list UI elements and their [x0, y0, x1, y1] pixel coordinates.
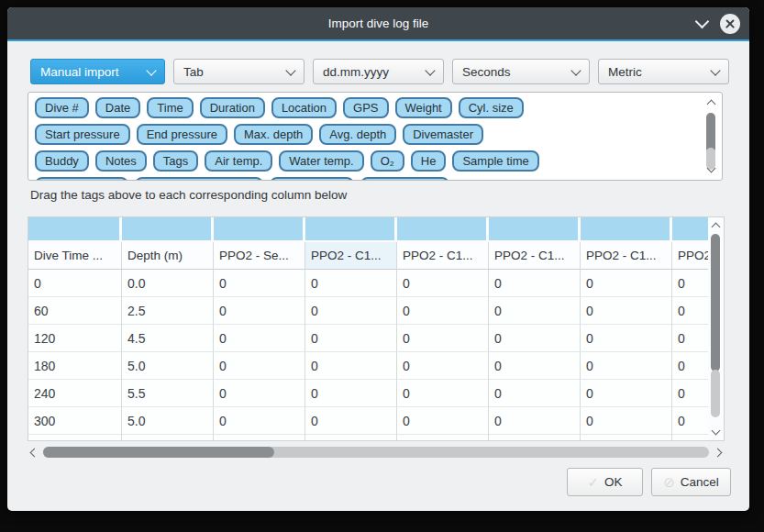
- combo-units[interactable]: Metric: [598, 59, 729, 84]
- combo-time-format[interactable]: Seconds: [452, 59, 590, 84]
- tag-location[interactable]: Location: [271, 97, 337, 118]
- scrollbar-thumb[interactable]: [43, 447, 274, 458]
- table-cell: 0: [305, 407, 397, 435]
- scrollbar-thumb[interactable]: [711, 234, 720, 371]
- scroll-right-icon[interactable]: [714, 448, 723, 457]
- tag-avg-depth[interactable]: Avg. depth: [319, 124, 396, 145]
- scroll-left-icon[interactable]: [30, 448, 39, 457]
- table-cell: 2.5: [122, 297, 214, 325]
- tag-sample-depth[interactable]: Sample depth: [35, 177, 128, 181]
- combo-label: Metric: [608, 65, 642, 79]
- table-cell: 0: [672, 407, 712, 435]
- table-vertical-scrollbar[interactable]: [708, 217, 724, 440]
- chevron-down-icon: [710, 65, 720, 75]
- tag-time[interactable]: Time: [147, 97, 193, 118]
- drop-target-cell[interactable]: [305, 217, 397, 242]
- cancel-button[interactable]: ⊘ Cancel: [651, 468, 731, 496]
- column-header: PPO2 - C1...: [397, 242, 489, 270]
- tag-weight[interactable]: Weight: [395, 97, 452, 118]
- drop-target-cell[interactable]: [672, 217, 712, 242]
- ok-button[interactable]: ✓ OK: [567, 468, 643, 496]
- tag-notes[interactable]: Notes: [95, 150, 147, 172]
- combo-import-type[interactable]: Manual import: [30, 59, 165, 84]
- tag-he[interactable]: He: [411, 150, 447, 172]
- import-preview-table: Dive Time ...Depth (m)PPO2 - Se...PPO2 -…: [28, 216, 725, 441]
- column-header: PPO2: [672, 242, 712, 270]
- drop-target-cell[interactable]: [214, 217, 305, 242]
- tag-date[interactable]: Date: [95, 97, 140, 118]
- tag-dive[interactable]: Dive #: [35, 97, 89, 118]
- drop-target-cell[interactable]: [28, 217, 122, 242]
- scroll-down-icon[interactable]: [712, 427, 721, 436]
- tag-sample-po[interactable]: Sample pO₂: [270, 177, 354, 181]
- scrollbar-track[interactable]: [43, 447, 709, 458]
- tag-sample-time[interactable]: Sample time: [452, 150, 538, 172]
- table-row: 1204.5000000: [28, 325, 712, 352]
- tag-row: BuddyNotesTagsAir temp.Water temp.O₂HeSa…: [35, 150, 715, 172]
- table-horizontal-scrollbar[interactable]: [28, 445, 725, 460]
- table-cell: 0: [489, 297, 581, 325]
- table-cell: 0: [28, 270, 122, 297]
- ok-button-label: OK: [604, 475, 623, 489]
- titlebar[interactable]: Import dive log file: [7, 7, 749, 41]
- table-cell: 0: [397, 352, 489, 380]
- table-cell: 0: [397, 407, 489, 435]
- table-cell: 0: [305, 352, 397, 380]
- table-cell: 0: [397, 297, 489, 325]
- tag-divemaster[interactable]: Divemaster: [403, 124, 483, 145]
- tags-list: Dive #DateTimeDurationLocationGPSWeightC…: [28, 93, 722, 181]
- table-cell: 0: [489, 352, 581, 380]
- table-cell: 0: [489, 325, 581, 352]
- chevron-down-icon: [146, 65, 156, 75]
- table-cell: [489, 435, 581, 441]
- tags-vertical-scrollbar[interactable]: [703, 94, 719, 178]
- chevron-down-icon: [570, 65, 581, 75]
- scroll-up-icon[interactable]: [707, 100, 716, 109]
- tag-tags[interactable]: Tags: [153, 150, 198, 172]
- table-cell: 240: [28, 380, 122, 407]
- table-cell: [122, 435, 214, 441]
- chevron-down-icon: [425, 65, 435, 75]
- table-cell: 4.5: [122, 325, 214, 352]
- tag-start-pressure[interactable]: Start pressure: [35, 124, 130, 145]
- tag-buddy[interactable]: Buddy: [35, 150, 89, 172]
- tag-gps[interactable]: GPS: [343, 97, 388, 118]
- table-cell: 180: [28, 352, 122, 380]
- tags-panel: Dive #DateTimeDurationLocationGPSWeightC…: [28, 92, 723, 181]
- combo-label: Seconds: [462, 65, 511, 79]
- combo-field-separator[interactable]: Tab: [173, 59, 304, 84]
- column-header: PPO2 - Se...: [214, 242, 305, 270]
- tag-water-temp[interactable]: Water temp.: [279, 150, 363, 172]
- scroll-up-icon[interactable]: [712, 223, 721, 232]
- drop-target-cell[interactable]: [397, 217, 489, 242]
- table-cell: 0: [581, 325, 672, 352]
- table-cell: [305, 435, 397, 441]
- drop-target-cell[interactable]: [489, 217, 581, 242]
- table-cell: 0: [397, 325, 489, 352]
- column-header: Dive Time ...: [28, 242, 122, 270]
- table-cell: 0: [397, 380, 489, 407]
- table-row: 602.5000000: [28, 297, 712, 325]
- tag-sample-temperature[interactable]: Sample temperature: [135, 177, 263, 181]
- tag-sample-cns[interactable]: Sample CNS: [360, 177, 449, 181]
- table-cell: 0: [214, 407, 305, 435]
- drop-target-cell[interactable]: [122, 217, 214, 242]
- tag-max-depth[interactable]: Max. depth: [234, 124, 313, 145]
- close-button[interactable]: [720, 14, 740, 34]
- table-cell: 0: [305, 270, 397, 297]
- table-cell: 60: [28, 297, 122, 325]
- combo-date-format[interactable]: dd.mm.yyyy: [313, 59, 444, 84]
- tag-cyl-size[interactable]: Cyl. size: [459, 97, 524, 118]
- table-cell: 0: [305, 380, 397, 407]
- tag-duration[interactable]: Duration: [200, 97, 265, 118]
- tag-air-temp[interactable]: Air temp.: [205, 150, 272, 172]
- titlebar-controls: [697, 7, 740, 39]
- combo-label: dd.mm.yyyy: [323, 65, 389, 79]
- table-cell: 0: [672, 270, 712, 297]
- scrollbar-track[interactable]: [711, 370, 720, 417]
- table-cell: 0: [581, 297, 672, 325]
- tag-end-pressure[interactable]: End pressure: [137, 124, 227, 145]
- window-menu-chevron-down-icon[interactable]: [695, 15, 710, 29]
- tag-o[interactable]: O₂: [371, 150, 404, 172]
- drop-target-cell[interactable]: [581, 217, 672, 242]
